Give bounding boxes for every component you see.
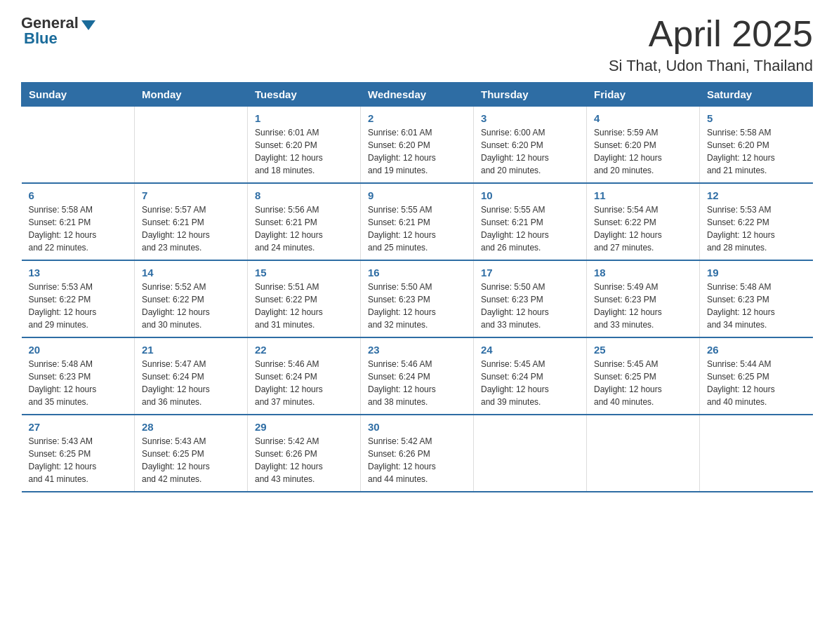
week-row-4: 20Sunrise: 5:48 AM Sunset: 6:23 PM Dayli… (22, 337, 813, 415)
day-number: 6 (29, 189, 128, 201)
day-number: 8 (255, 189, 353, 201)
calendar-cell: 25Sunrise: 5:45 AM Sunset: 6:25 PM Dayli… (587, 337, 700, 415)
day-info: Sunrise: 5:48 AM Sunset: 6:23 PM Dayligh… (29, 358, 128, 408)
day-number: 19 (707, 267, 806, 279)
weekday-header-saturday: Saturday (700, 83, 813, 107)
calendar-cell: 6Sunrise: 5:58 AM Sunset: 6:21 PM Daylig… (22, 183, 135, 260)
calendar-cell: 9Sunrise: 5:55 AM Sunset: 6:21 PM Daylig… (361, 183, 474, 260)
weekday-header-thursday: Thursday (474, 83, 587, 107)
day-info: Sunrise: 5:44 AM Sunset: 6:25 PM Dayligh… (707, 358, 806, 408)
calendar-cell: 11Sunrise: 5:54 AM Sunset: 6:22 PM Dayli… (587, 183, 700, 260)
page-header: General Blue April 2025 Si That, Udon Th… (21, 14, 813, 75)
day-number: 29 (255, 421, 353, 433)
day-info: Sunrise: 5:42 AM Sunset: 6:26 PM Dayligh… (368, 435, 466, 485)
day-number: 5 (707, 112, 806, 124)
day-number: 1 (255, 112, 353, 124)
calendar-header: SundayMondayTuesdayWednesdayThursdayFrid… (22, 83, 813, 107)
day-info: Sunrise: 5:49 AM Sunset: 6:23 PM Dayligh… (594, 281, 692, 331)
day-info: Sunrise: 6:00 AM Sunset: 6:20 PM Dayligh… (481, 126, 579, 177)
calendar-cell: 27Sunrise: 5:43 AM Sunset: 6:25 PM Dayli… (22, 415, 135, 492)
calendar-cell (474, 415, 587, 492)
calendar-cell: 17Sunrise: 5:50 AM Sunset: 6:23 PM Dayli… (474, 260, 587, 337)
calendar-cell: 4Sunrise: 5:59 AM Sunset: 6:20 PM Daylig… (587, 107, 700, 184)
day-info: Sunrise: 5:45 AM Sunset: 6:25 PM Dayligh… (594, 358, 692, 408)
day-info: Sunrise: 5:48 AM Sunset: 6:23 PM Dayligh… (707, 281, 806, 331)
calendar-cell: 1Sunrise: 6:01 AM Sunset: 6:20 PM Daylig… (248, 107, 361, 184)
calendar-cell: 3Sunrise: 6:00 AM Sunset: 6:20 PM Daylig… (474, 107, 587, 184)
calendar-cell: 30Sunrise: 5:42 AM Sunset: 6:26 PM Dayli… (361, 415, 474, 492)
calendar-cell: 16Sunrise: 5:50 AM Sunset: 6:23 PM Dayli… (361, 260, 474, 337)
day-number: 18 (594, 267, 692, 279)
day-info: Sunrise: 5:51 AM Sunset: 6:22 PM Dayligh… (255, 281, 353, 331)
day-info: Sunrise: 5:46 AM Sunset: 6:24 PM Dayligh… (255, 358, 353, 408)
calendar-cell: 18Sunrise: 5:49 AM Sunset: 6:23 PM Dayli… (587, 260, 700, 337)
calendar-cell: 20Sunrise: 5:48 AM Sunset: 6:23 PM Dayli… (22, 337, 135, 415)
week-row-3: 13Sunrise: 5:53 AM Sunset: 6:22 PM Dayli… (22, 260, 813, 337)
day-info: Sunrise: 5:58 AM Sunset: 6:20 PM Dayligh… (707, 126, 806, 177)
day-number: 30 (368, 421, 466, 433)
day-number: 28 (142, 421, 240, 433)
logo: General Blue (21, 14, 95, 48)
calendar-cell: 10Sunrise: 5:55 AM Sunset: 6:21 PM Dayli… (474, 183, 587, 260)
day-number: 22 (255, 344, 353, 356)
day-number: 11 (594, 189, 692, 201)
day-info: Sunrise: 5:50 AM Sunset: 6:23 PM Dayligh… (368, 281, 466, 331)
calendar-cell: 12Sunrise: 5:53 AM Sunset: 6:22 PM Dayli… (700, 183, 813, 260)
calendar-cell: 5Sunrise: 5:58 AM Sunset: 6:20 PM Daylig… (700, 107, 813, 184)
calendar-cell: 29Sunrise: 5:42 AM Sunset: 6:26 PM Dayli… (248, 415, 361, 492)
calendar-cell: 23Sunrise: 5:46 AM Sunset: 6:24 PM Dayli… (361, 337, 474, 415)
day-info: Sunrise: 5:47 AM Sunset: 6:24 PM Dayligh… (142, 358, 240, 408)
week-row-5: 27Sunrise: 5:43 AM Sunset: 6:25 PM Dayli… (22, 415, 813, 492)
day-info: Sunrise: 5:50 AM Sunset: 6:23 PM Dayligh… (481, 281, 579, 331)
day-info: Sunrise: 5:43 AM Sunset: 6:25 PM Dayligh… (29, 435, 128, 485)
day-info: Sunrise: 6:01 AM Sunset: 6:20 PM Dayligh… (255, 126, 353, 177)
day-number: 7 (142, 189, 240, 201)
day-info: Sunrise: 5:57 AM Sunset: 6:21 PM Dayligh… (142, 203, 240, 254)
day-info: Sunrise: 5:54 AM Sunset: 6:22 PM Dayligh… (594, 203, 692, 254)
calendar-cell: 28Sunrise: 5:43 AM Sunset: 6:25 PM Dayli… (135, 415, 248, 492)
calendar-cell: 14Sunrise: 5:52 AM Sunset: 6:22 PM Dayli… (135, 260, 248, 337)
day-info: Sunrise: 5:46 AM Sunset: 6:24 PM Dayligh… (368, 358, 466, 408)
day-info: Sunrise: 5:55 AM Sunset: 6:21 PM Dayligh… (368, 203, 466, 254)
calendar-cell: 7Sunrise: 5:57 AM Sunset: 6:21 PM Daylig… (135, 183, 248, 260)
day-number: 27 (29, 421, 128, 433)
day-number: 24 (481, 344, 579, 356)
day-number: 23 (368, 344, 466, 356)
day-info: Sunrise: 5:53 AM Sunset: 6:22 PM Dayligh… (29, 281, 128, 331)
logo-blue-text: Blue (21, 29, 58, 48)
weekday-header-wednesday: Wednesday (361, 83, 474, 107)
day-info: Sunrise: 5:43 AM Sunset: 6:25 PM Dayligh… (142, 435, 240, 485)
day-number: 3 (481, 112, 579, 124)
calendar-cell (135, 107, 248, 184)
day-number: 4 (594, 112, 692, 124)
day-number: 21 (142, 344, 240, 356)
title-area: April 2025 Si That, Udon Thani, Thailand (609, 14, 813, 75)
calendar-body: 1Sunrise: 6:01 AM Sunset: 6:20 PM Daylig… (22, 107, 813, 492)
weekday-header-row: SundayMondayTuesdayWednesdayThursdayFrid… (22, 83, 813, 107)
day-number: 26 (707, 344, 806, 356)
day-number: 12 (707, 189, 806, 201)
calendar-cell (700, 415, 813, 492)
day-info: Sunrise: 5:45 AM Sunset: 6:24 PM Dayligh… (481, 358, 579, 408)
calendar-cell: 19Sunrise: 5:48 AM Sunset: 6:23 PM Dayli… (700, 260, 813, 337)
calendar-cell: 22Sunrise: 5:46 AM Sunset: 6:24 PM Dayli… (248, 337, 361, 415)
day-number: 20 (29, 344, 128, 356)
day-info: Sunrise: 5:59 AM Sunset: 6:20 PM Dayligh… (594, 126, 692, 177)
week-row-2: 6Sunrise: 5:58 AM Sunset: 6:21 PM Daylig… (22, 183, 813, 260)
day-number: 9 (368, 189, 466, 201)
calendar-cell: 2Sunrise: 6:01 AM Sunset: 6:20 PM Daylig… (361, 107, 474, 184)
weekday-header-sunday: Sunday (22, 83, 135, 107)
day-info: Sunrise: 6:01 AM Sunset: 6:20 PM Dayligh… (368, 126, 466, 177)
weekday-header-monday: Monday (135, 83, 248, 107)
calendar-cell (587, 415, 700, 492)
day-number: 25 (594, 344, 692, 356)
calendar-cell: 8Sunrise: 5:56 AM Sunset: 6:21 PM Daylig… (248, 183, 361, 260)
day-number: 10 (481, 189, 579, 201)
day-number: 2 (368, 112, 466, 124)
weekday-header-friday: Friday (587, 83, 700, 107)
day-info: Sunrise: 5:55 AM Sunset: 6:21 PM Dayligh… (481, 203, 579, 254)
calendar-cell: 21Sunrise: 5:47 AM Sunset: 6:24 PM Dayli… (135, 337, 248, 415)
day-info: Sunrise: 5:53 AM Sunset: 6:22 PM Dayligh… (707, 203, 806, 254)
calendar-table: SundayMondayTuesdayWednesdayThursdayFrid… (21, 82, 813, 492)
day-number: 13 (29, 267, 128, 279)
